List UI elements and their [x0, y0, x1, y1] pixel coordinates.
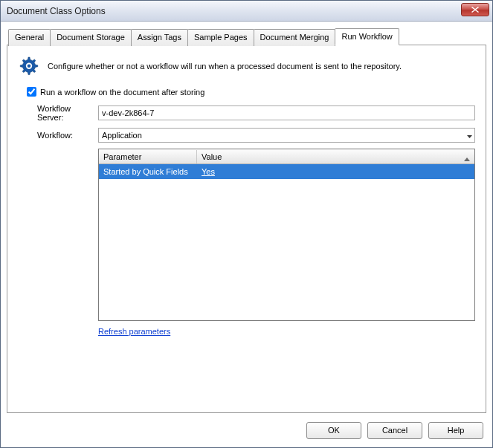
parameters-section: Parameter Value Started by Quick Fields …	[98, 149, 475, 336]
sort-asc-icon	[464, 154, 470, 163]
help-button[interactable]: Help	[428, 422, 483, 439]
dialog-body: General Document Storage Assign Tags Sam…	[1, 22, 492, 413]
run-workflow-checkbox-label[interactable]: Run a workflow on the document after sto…	[40, 88, 204, 97]
intro-row: Configure whether or not a workflow will…	[18, 56, 475, 77]
workflow-row: Workflow: Application	[18, 128, 475, 143]
workflow-server-label: Workflow Server:	[18, 104, 98, 122]
parameters-grid: Parameter Value Started by Quick Fields …	[98, 149, 475, 321]
cell-value-link[interactable]: Yes	[202, 167, 215, 176]
titlebar: Document Class Options	[1, 1, 492, 22]
tabstrip: General Document Storage Assign Tags Sam…	[8, 28, 486, 45]
tab-assign-tags[interactable]: Assign Tags	[131, 29, 188, 46]
workflow-server-row: Workflow Server:	[18, 104, 475, 122]
refresh-parameters-link[interactable]: Refresh parameters	[98, 327, 170, 336]
workflow-server-input[interactable]	[98, 105, 475, 120]
tab-general[interactable]: General	[8, 29, 51, 46]
grid-header-parameter[interactable]: Parameter	[99, 150, 197, 163]
grid-body: Started by Quick Fields Yes	[99, 164, 474, 320]
workflow-label: Workflow:	[18, 131, 98, 140]
tab-sample-pages[interactable]: Sample Pages	[187, 29, 254, 46]
workflow-dropdown[interactable]: Application	[98, 128, 475, 143]
tab-panel-run-workflow: Configure whether or not a workflow will…	[7, 45, 486, 413]
cancel-button[interactable]: Cancel	[367, 422, 422, 439]
grid-header-value[interactable]: Value	[197, 150, 474, 163]
run-workflow-checkbox-row: Run a workflow on the document after sto…	[27, 87, 475, 97]
cell-value: Yes	[197, 165, 474, 178]
dialog-window: Document Class Options General Document …	[0, 0, 493, 448]
grid-header: Parameter Value	[99, 149, 474, 164]
tab-document-storage[interactable]: Document Storage	[50, 29, 132, 46]
ok-button[interactable]: OK	[306, 422, 361, 439]
chevron-down-icon	[467, 131, 472, 140]
svg-point-1	[28, 65, 31, 68]
tab-document-merging[interactable]: Document Merging	[254, 29, 336, 46]
dialog-footer: OK Cancel Help	[1, 413, 492, 447]
intro-text: Configure whether or not a workflow will…	[48, 62, 402, 71]
tab-run-workflow[interactable]: Run Workflow	[335, 28, 399, 45]
gear-icon	[18, 56, 39, 77]
cell-parameter: Started by Quick Fields	[99, 165, 197, 178]
window-title: Document Class Options	[7, 6, 106, 16]
run-workflow-checkbox[interactable]	[27, 87, 36, 97]
workflow-dropdown-value: Application	[102, 131, 142, 140]
close-icon	[471, 7, 479, 13]
table-row[interactable]: Started by Quick Fields Yes	[99, 164, 474, 179]
close-button[interactable]	[461, 3, 489, 16]
